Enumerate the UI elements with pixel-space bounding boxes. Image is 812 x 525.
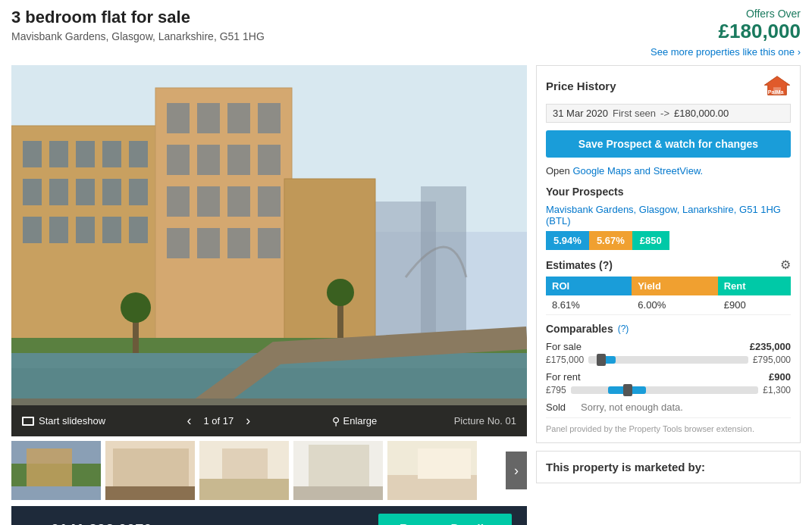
next-arrow[interactable]: › xyxy=(241,411,255,430)
svg-rect-57 xyxy=(222,448,268,479)
property-title: 3 bedroom flat for sale xyxy=(11,8,265,27)
svg-rect-35 xyxy=(167,228,190,258)
sold-label: Sold xyxy=(546,402,566,413)
offers-over-label: Offers Over xyxy=(651,8,801,20)
estimates-header: Estimates (?) ⚙ xyxy=(546,258,791,272)
save-prospect-button[interactable]: Save Prospect & watch for changes xyxy=(546,130,791,158)
panel-header: Price History PalMa xyxy=(546,75,791,96)
svg-rect-56 xyxy=(199,479,289,500)
svg-rect-32 xyxy=(197,186,220,217)
svg-rect-11 xyxy=(23,179,42,205)
google-maps-link[interactable]: Google Maps and StreetView. xyxy=(572,165,703,177)
panel-title: Price History xyxy=(546,80,616,92)
for-rent-bar xyxy=(571,386,759,394)
price-history-arrow: -> xyxy=(660,108,669,119)
thumbnail-2[interactable] xyxy=(105,441,195,500)
thumbnail-next-button[interactable]: › xyxy=(506,452,527,489)
svg-rect-36 xyxy=(197,228,220,258)
for-sale-indicator xyxy=(597,354,606,366)
slideshow-label: Start slideshow xyxy=(39,415,105,427)
col-rent: Rent xyxy=(718,277,791,295)
svg-rect-26 xyxy=(258,103,281,133)
comparables-title: Comparables xyxy=(546,323,613,335)
price-history-row: 31 Mar 2020 First seen -> £180,000.00 xyxy=(546,104,791,123)
svg-rect-33 xyxy=(227,186,250,217)
page-indicator: 1 of 17 xyxy=(203,415,234,427)
main-content: Start slideshow ‹ 1 of 17 › ⚲ Enlarge Pi… xyxy=(11,65,801,525)
svg-rect-15 xyxy=(129,179,148,205)
svg-rect-14 xyxy=(102,179,121,205)
left-column: Start slideshow ‹ 1 of 17 › ⚲ Enlarge Pi… xyxy=(11,65,527,525)
svg-text:PalMa: PalMa xyxy=(768,89,785,95)
svg-point-47 xyxy=(327,279,354,306)
col-yield: Yield xyxy=(632,277,717,295)
property-panel: Price History PalMa 31 Mar 2020 xyxy=(536,65,801,443)
request-details-button[interactable]: Request Details xyxy=(378,514,512,525)
svg-rect-53 xyxy=(113,448,189,492)
yield-value: 6.00% xyxy=(632,295,717,315)
svg-rect-27 xyxy=(167,145,190,175)
svg-rect-31 xyxy=(167,186,190,217)
rent-value: £900 xyxy=(718,295,791,315)
roi-value: 8.61% xyxy=(546,295,632,315)
svg-rect-29 xyxy=(227,145,250,175)
estimates-table: ROI Yield Rent 8.61% 6.00% £900 xyxy=(546,277,791,315)
sold-value: Sorry, not enough data. xyxy=(581,402,683,413)
prospect-bars: 5.94% 5.67% £850 xyxy=(546,231,791,250)
for-rent-indicator xyxy=(623,384,632,396)
svg-rect-51 xyxy=(27,448,72,486)
prospect-address[interactable]: Mavisbank Gardens, Glasgow, Lanarkshire,… xyxy=(546,204,791,227)
for-sale-high: £795,000 xyxy=(753,355,791,365)
phone-number: 0141 392 0070 xyxy=(51,521,152,526)
yield-bar: 5.67% xyxy=(589,231,632,250)
svg-rect-7 xyxy=(49,141,68,167)
picture-number: Picture No. 01 xyxy=(454,415,516,427)
prev-arrow[interactable]: ‹ xyxy=(182,411,196,430)
comparables-question[interactable]: (?) xyxy=(618,323,629,334)
for-sale-label: For sale xyxy=(546,341,582,352)
slideshow-button[interactable]: Start slideshow xyxy=(22,415,105,427)
svg-rect-17 xyxy=(49,217,68,243)
property-header: 3 bedroom flat for sale Mavisbank Garden… xyxy=(11,8,801,58)
thumbnail-5[interactable] xyxy=(387,441,477,500)
svg-rect-13 xyxy=(76,179,95,205)
svg-rect-23 xyxy=(167,103,190,133)
panel-footer: Panel provided by the Property Tools bro… xyxy=(546,417,791,433)
svg-rect-37 xyxy=(227,228,250,258)
thumbnail-4[interactable] xyxy=(293,441,383,500)
svg-rect-19 xyxy=(102,217,121,243)
price-history-date: 31 Mar 2020 xyxy=(553,108,608,119)
see-more-link[interactable]: See more properties like this one › xyxy=(651,46,801,58)
svg-rect-12 xyxy=(49,179,68,205)
thumbnail-1[interactable] xyxy=(11,441,101,500)
property-info: 3 bedroom flat for sale Mavisbank Garden… xyxy=(11,8,265,42)
thumbnail-strip: › xyxy=(11,441,527,500)
for-sale-low: £175,000 xyxy=(546,355,584,365)
for-rent-label: For rent xyxy=(546,371,581,383)
svg-rect-8 xyxy=(76,141,95,167)
estimates-row: 8.61% 6.00% £900 xyxy=(546,295,791,315)
svg-rect-16 xyxy=(23,217,42,243)
estimates-title: Estimates (?) xyxy=(546,259,613,271)
price-value: £180,000 xyxy=(651,20,801,43)
roi-bar: 5.94% xyxy=(546,231,589,250)
for-sale-range: £175,000 £795,000 xyxy=(546,355,791,365)
property-address: Mavisbank Gardens, Glasgow, Lanarkshire,… xyxy=(11,30,265,42)
enlarge-icon: ⚲ xyxy=(332,415,340,427)
for-sale-label-row: For sale £235,000 xyxy=(546,341,791,352)
svg-rect-28 xyxy=(197,145,220,175)
enlarge-label: Enlarge xyxy=(343,415,378,427)
gear-icon[interactable]: ⚙ xyxy=(780,258,791,272)
thumbnail-3[interactable] xyxy=(199,441,289,500)
for-rent-range: £795 £1,300 xyxy=(546,385,791,395)
svg-rect-38 xyxy=(258,228,281,258)
svg-rect-3 xyxy=(421,186,466,338)
svg-rect-59 xyxy=(293,486,383,500)
property-image xyxy=(11,65,527,436)
image-controls: Start slideshow ‹ 1 of 17 › ⚲ Enlarge Pi… xyxy=(11,405,527,436)
enlarge-button[interactable]: ⚲ Enlarge xyxy=(332,415,378,427)
rent-bar: £850 xyxy=(632,231,669,250)
screen-icon xyxy=(22,417,34,426)
right-column: Price History PalMa 31 Mar 2020 xyxy=(536,65,801,525)
svg-rect-25 xyxy=(227,103,250,133)
